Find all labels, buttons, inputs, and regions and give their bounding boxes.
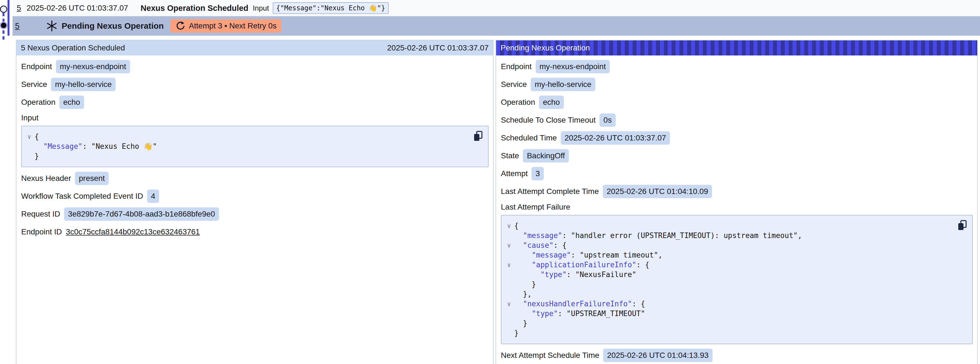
json-content: ∨{ "message": "handler error (UPSTREAM_T… bbox=[504, 221, 956, 338]
json-text: "type": "NexusFailure" bbox=[514, 270, 636, 279]
json-line: ∨{ bbox=[504, 221, 956, 231]
event-id-link[interactable]: 5 bbox=[17, 4, 21, 13]
field-row-nexus-header: Nexus Header present bbox=[21, 172, 488, 185]
field-row-scheduled-time: Scheduled Time 2025-02-26 UTC 01:03:37.0… bbox=[501, 131, 973, 145]
collapse-chevron-icon[interactable]: ∨ bbox=[504, 221, 514, 231]
input-json-viewer: ∨{ "Message": "Nexus Echo 👋"} bbox=[21, 126, 488, 167]
field-row-endpoint: Endpoint my-nexus-endpoint bbox=[501, 60, 973, 73]
json-gutter bbox=[504, 270, 514, 279]
json-line: ∨ "nexusHandlerFailureInfo": { bbox=[504, 299, 956, 309]
json-gutter bbox=[504, 250, 514, 260]
retry-icon bbox=[175, 21, 186, 31]
pending-operation-panel: Pending Nexus Operation Endpoint my-nexu… bbox=[496, 40, 978, 364]
field-label: Workflow Task Completed Event ID bbox=[21, 192, 143, 201]
json-line: "type": "NexusFailure" bbox=[504, 270, 956, 279]
json-gutter bbox=[504, 309, 514, 319]
input-section-label: Input bbox=[21, 113, 488, 122]
field-label: Attempt bbox=[501, 169, 528, 178]
field-value-badge: 3 bbox=[531, 167, 544, 180]
retry-badge-text: Attempt 3 • Next Retry 0s bbox=[189, 21, 277, 30]
json-line: "type": "UPSTREAM_TIMEOUT" bbox=[504, 309, 956, 319]
event-detail-time: 2025-02-26 UTC 01:03:37.07 bbox=[387, 43, 488, 53]
json-text: "cause": { bbox=[514, 241, 566, 250]
pending-panel-title: Pending Nexus Operation bbox=[501, 43, 590, 53]
copy-icon bbox=[957, 220, 967, 231]
collapse-chevron-icon[interactable]: ∨ bbox=[504, 260, 514, 270]
endpoint-id-link[interactable]: 3c0c75ccfa8144b092c13ce632463761 bbox=[66, 227, 200, 236]
timeline-pending-node-icon bbox=[0, 21, 8, 29]
json-text: "nexusHandlerFailureInfo": { bbox=[514, 299, 645, 309]
field-value-badge: my-hello-service bbox=[51, 78, 116, 91]
pending-asterisk-icon bbox=[46, 20, 58, 32]
field-label: Scheduled Time bbox=[501, 134, 557, 142]
field-label: Service bbox=[501, 80, 527, 89]
json-text: } bbox=[514, 328, 519, 338]
field-value-badge: 4 bbox=[147, 190, 159, 203]
json-line: "message": "upstream timeout", bbox=[504, 250, 956, 260]
field-row-next-attempt-schedule-time: Next Attempt Schedule Time 2025-02-26 UT… bbox=[501, 349, 973, 362]
json-gutter bbox=[504, 279, 514, 289]
pending-title: Pending Nexus Operation bbox=[62, 21, 164, 31]
field-value-badge: 2025-02-26 UTC 01:03:37.07 bbox=[561, 131, 670, 145]
field-label: Operation bbox=[501, 98, 535, 107]
field-row-request-id: Request ID 3e829b7e-7d67-4b08-aad3-b1e86… bbox=[21, 208, 488, 221]
field-row-endpoint: Endpoint my-nexus-endpoint bbox=[21, 60, 488, 73]
field-value-badge: my-hello-service bbox=[531, 78, 595, 91]
json-text: } bbox=[514, 279, 536, 289]
json-text: "message": "handler error (UPSTREAM_TIME… bbox=[514, 231, 802, 241]
field-label: Operation bbox=[21, 98, 56, 107]
field-value-badge: 0s bbox=[600, 113, 616, 127]
event-input-chip: {"Message":"Nexus Echo 👋"} bbox=[273, 2, 388, 14]
field-label: Endpoint ID bbox=[21, 227, 62, 236]
copy-icon bbox=[473, 131, 483, 142]
json-line: "message": "handler error (UPSTREAM_TIME… bbox=[504, 231, 956, 241]
pending-operation-row[interactable]: 5 Pending Nexus Operation Attempt 3 • Ne… bbox=[13, 16, 980, 36]
pending-id-link[interactable]: 5 bbox=[15, 21, 19, 31]
field-row-operation: Operation echo bbox=[501, 96, 973, 109]
json-text: } bbox=[514, 319, 527, 328]
event-detail-panel: 5 Nexus Operation Scheduled 2025-02-26 U… bbox=[16, 40, 494, 364]
field-row-state: State BackingOff bbox=[501, 149, 973, 163]
collapse-chevron-icon[interactable]: ∨ bbox=[504, 241, 514, 250]
copy-button[interactable] bbox=[956, 219, 968, 232]
field-value-badge: present bbox=[75, 172, 109, 185]
collapse-chevron-icon[interactable]: ∨ bbox=[504, 299, 514, 309]
json-text: } bbox=[35, 151, 39, 161]
field-row-wft-completed-event-id: Workflow Task Completed Event ID 4 bbox=[21, 190, 488, 203]
json-line: } bbox=[504, 328, 956, 338]
json-text: "applicationFailureInfo": { bbox=[514, 260, 649, 270]
json-text: "message": "upstream timeout", bbox=[514, 250, 662, 260]
field-row-service: Service my-hello-service bbox=[501, 78, 973, 91]
event-title: Nexus Operation Scheduled bbox=[141, 4, 248, 13]
json-line: ∨ "cause": { bbox=[504, 241, 956, 250]
field-label: Request ID bbox=[21, 209, 60, 219]
field-value-badge: my-nexus-endpoint bbox=[536, 60, 610, 73]
retry-badge: Attempt 3 • Next Retry 0s bbox=[170, 19, 281, 33]
json-text: "type": "UPSTREAM_TIMEOUT" bbox=[514, 309, 645, 319]
copy-button[interactable] bbox=[472, 129, 484, 143]
json-gutter bbox=[504, 328, 514, 338]
failure-json-viewer: ∨{ "message": "handler error (UPSTREAM_T… bbox=[501, 215, 973, 344]
collapse-chevron-icon[interactable]: ∨ bbox=[24, 132, 35, 142]
field-value-badge: BackingOff bbox=[523, 149, 568, 163]
json-line: } bbox=[24, 151, 471, 161]
json-line: ∨ "applicationFailureInfo": { bbox=[504, 260, 956, 270]
field-value-badge: echo bbox=[539, 96, 564, 109]
field-label: Schedule To Close Timeout bbox=[501, 116, 596, 125]
timeline-scheduled-node-icon bbox=[0, 6, 7, 13]
field-row-service: Service my-hello-service bbox=[21, 78, 488, 91]
field-row-last-attempt-complete-time: Last Attempt Complete Time 2025-02-26 UT… bbox=[501, 185, 973, 198]
event-row-scheduled[interactable]: 5 2025-02-26 UTC 01:03:37.07 Nexus Opera… bbox=[13, 0, 980, 16]
json-text: { bbox=[514, 221, 519, 231]
json-line: "Message": "Nexus Echo 👋" bbox=[24, 142, 471, 151]
json-text: "Message": "Nexus Echo 👋" bbox=[35, 142, 157, 151]
field-label: Service bbox=[21, 80, 47, 89]
json-text: }, bbox=[514, 289, 532, 299]
field-label: Next Attempt Schedule Time bbox=[501, 351, 599, 360]
json-line: ∨{ bbox=[24, 132, 471, 142]
field-label: Nexus Header bbox=[21, 174, 71, 183]
json-gutter bbox=[504, 319, 514, 328]
field-value-badge: 3e829b7e-7d67-4b08-aad3-b1e868bfe9e0 bbox=[64, 208, 219, 221]
json-line: } bbox=[504, 279, 956, 289]
field-label: Endpoint bbox=[21, 62, 52, 71]
